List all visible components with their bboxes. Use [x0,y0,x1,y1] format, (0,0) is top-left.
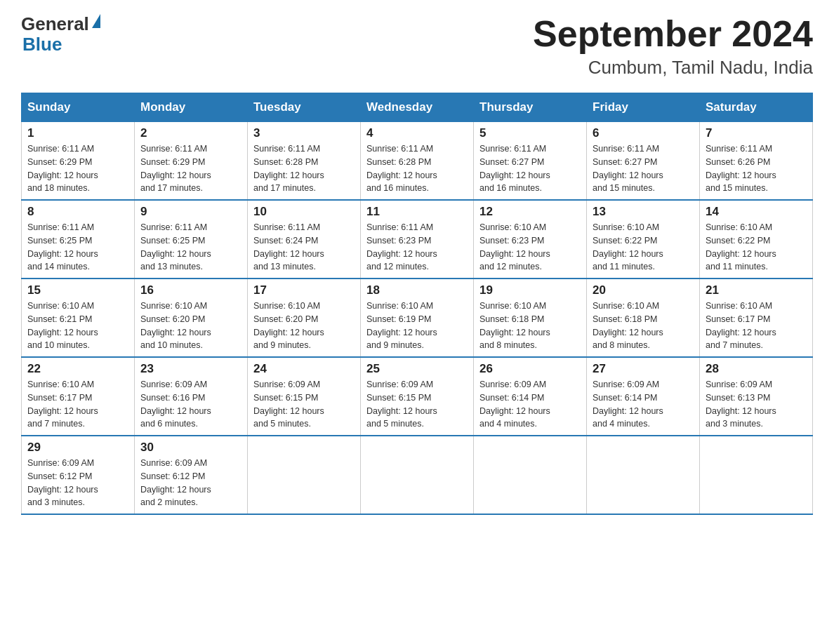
day-info: Sunrise: 6:11 AMSunset: 6:29 PMDaylight:… [27,142,128,195]
day-info: Sunrise: 6:11 AMSunset: 6:28 PMDaylight:… [253,142,355,195]
day-info: Sunrise: 6:11 AMSunset: 6:23 PMDaylight:… [366,221,468,274]
day-info: Sunrise: 6:10 AMSunset: 6:18 PMDaylight:… [479,300,581,352]
weekday-header-friday: Friday [587,93,700,122]
calendar-cell: 30Sunrise: 6:09 AMSunset: 6:12 PMDayligh… [135,436,248,514]
weekday-header-tuesday: Tuesday [248,93,361,122]
calendar-cell: 20Sunrise: 6:10 AMSunset: 6:18 PMDayligh… [587,279,700,357]
day-info: Sunrise: 6:11 AMSunset: 6:28 PMDaylight:… [366,142,468,195]
calendar-cell [248,436,361,514]
day-number: 15 [27,283,128,297]
day-info: Sunrise: 6:09 AMSunset: 6:13 PMDaylight:… [706,378,807,431]
day-number: 21 [706,283,807,297]
calendar-cell: 10Sunrise: 6:11 AMSunset: 6:24 PMDayligh… [248,200,361,279]
logo-blue-text: Blue [22,34,62,55]
day-info: Sunrise: 6:10 AMSunset: 6:22 PMDaylight:… [706,221,807,274]
calendar-cell: 16Sunrise: 6:10 AMSunset: 6:20 PMDayligh… [135,279,248,357]
day-number: 10 [253,205,355,219]
day-info: Sunrise: 6:11 AMSunset: 6:29 PMDaylight:… [140,142,241,195]
calendar-cell: 3Sunrise: 6:11 AMSunset: 6:28 PMDaylight… [248,122,361,201]
calendar-cell: 21Sunrise: 6:10 AMSunset: 6:17 PMDayligh… [700,279,813,357]
day-number: 28 [706,362,807,376]
logo: General Blue [21,14,100,54]
calendar-cell: 8Sunrise: 6:11 AMSunset: 6:25 PMDaylight… [22,200,135,279]
day-number: 3 [253,126,355,140]
calendar-cell [361,436,474,514]
day-info: Sunrise: 6:09 AMSunset: 6:15 PMDaylight:… [366,378,468,431]
calendar-cell: 11Sunrise: 6:11 AMSunset: 6:23 PMDayligh… [361,200,474,279]
day-number: 20 [593,283,694,297]
day-number: 19 [479,283,581,297]
weekday-header-saturday: Saturday [700,93,813,122]
day-number: 23 [140,362,241,376]
day-number: 16 [140,283,241,297]
month-year-title: September 2024 [533,14,813,54]
weekday-header-sunday: Sunday [22,93,135,122]
day-number: 27 [593,362,694,376]
calendar-cell: 14Sunrise: 6:10 AMSunset: 6:22 PMDayligh… [700,200,813,279]
day-info: Sunrise: 6:11 AMSunset: 6:26 PMDaylight:… [706,142,807,195]
day-info: Sunrise: 6:11 AMSunset: 6:27 PMDaylight:… [479,142,581,195]
calendar-cell: 12Sunrise: 6:10 AMSunset: 6:23 PMDayligh… [474,200,587,279]
calendar-cell: 4Sunrise: 6:11 AMSunset: 6:28 PMDaylight… [361,122,474,201]
calendar-week-1: 1Sunrise: 6:11 AMSunset: 6:29 PMDaylight… [22,122,813,201]
day-info: Sunrise: 6:09 AMSunset: 6:14 PMDaylight:… [479,378,581,431]
day-info: Sunrise: 6:11 AMSunset: 6:24 PMDaylight:… [253,221,355,274]
calendar-cell: 23Sunrise: 6:09 AMSunset: 6:16 PMDayligh… [135,357,248,436]
day-number: 26 [479,362,581,376]
calendar-title-area: September 2024 Cumbum, Tamil Nadu, India [533,14,813,79]
day-info: Sunrise: 6:11 AMSunset: 6:25 PMDaylight:… [27,221,128,274]
calendar-week-5: 29Sunrise: 6:09 AMSunset: 6:12 PMDayligh… [22,436,813,514]
day-info: Sunrise: 6:09 AMSunset: 6:12 PMDaylight:… [140,457,241,509]
day-info: Sunrise: 6:10 AMSunset: 6:20 PMDaylight:… [140,300,241,352]
logo-triangle-icon [92,14,100,28]
day-info: Sunrise: 6:10 AMSunset: 6:23 PMDaylight:… [479,221,581,274]
day-info: Sunrise: 6:09 AMSunset: 6:15 PMDaylight:… [253,378,355,431]
day-number: 29 [27,441,128,455]
day-number: 14 [706,205,807,219]
day-number: 2 [140,126,241,140]
day-info: Sunrise: 6:11 AMSunset: 6:25 PMDaylight:… [140,221,241,274]
day-number: 6 [593,126,694,140]
calendar-cell: 17Sunrise: 6:10 AMSunset: 6:20 PMDayligh… [248,279,361,357]
day-number: 12 [479,205,581,219]
day-info: Sunrise: 6:09 AMSunset: 6:14 PMDaylight:… [593,378,694,431]
day-info: Sunrise: 6:09 AMSunset: 6:16 PMDaylight:… [140,378,241,431]
day-number: 4 [366,126,468,140]
calendar-cell: 27Sunrise: 6:09 AMSunset: 6:14 PMDayligh… [587,357,700,436]
day-info: Sunrise: 6:10 AMSunset: 6:20 PMDaylight:… [253,300,355,352]
weekday-header-thursday: Thursday [474,93,587,122]
day-number: 5 [479,126,581,140]
day-number: 7 [706,126,807,140]
calendar-cell: 5Sunrise: 6:11 AMSunset: 6:27 PMDaylight… [474,122,587,201]
day-number: 9 [140,205,241,219]
day-info: Sunrise: 6:10 AMSunset: 6:22 PMDaylight:… [593,221,694,274]
day-info: Sunrise: 6:10 AMSunset: 6:18 PMDaylight:… [593,300,694,352]
day-info: Sunrise: 6:10 AMSunset: 6:19 PMDaylight:… [366,300,468,352]
day-info: Sunrise: 6:10 AMSunset: 6:21 PMDaylight:… [27,300,128,352]
calendar-week-3: 15Sunrise: 6:10 AMSunset: 6:21 PMDayligh… [22,279,813,357]
weekday-header-wednesday: Wednesday [361,93,474,122]
day-info: Sunrise: 6:09 AMSunset: 6:12 PMDaylight:… [27,457,128,509]
calendar-week-2: 8Sunrise: 6:11 AMSunset: 6:25 PMDaylight… [22,200,813,279]
calendar-cell: 15Sunrise: 6:10 AMSunset: 6:21 PMDayligh… [22,279,135,357]
day-info: Sunrise: 6:10 AMSunset: 6:17 PMDaylight:… [706,300,807,352]
calendar-cell: 28Sunrise: 6:09 AMSunset: 6:13 PMDayligh… [700,357,813,436]
logo-general-text: General [21,14,89,34]
weekday-header-row: SundayMondayTuesdayWednesdayThursdayFrid… [22,93,813,122]
day-number: 22 [27,362,128,376]
calendar-cell: 1Sunrise: 6:11 AMSunset: 6:29 PMDaylight… [22,122,135,201]
calendar-cell: 25Sunrise: 6:09 AMSunset: 6:15 PMDayligh… [361,357,474,436]
calendar-cell: 2Sunrise: 6:11 AMSunset: 6:29 PMDaylight… [135,122,248,201]
page-header: General Blue September 2024 Cumbum, Tami… [21,14,813,79]
calendar-cell [474,436,587,514]
calendar-table: SundayMondayTuesdayWednesdayThursdayFrid… [21,93,813,515]
day-number: 8 [27,205,128,219]
day-number: 30 [140,441,241,455]
day-number: 18 [366,283,468,297]
calendar-cell: 7Sunrise: 6:11 AMSunset: 6:26 PMDaylight… [700,122,813,201]
day-info: Sunrise: 6:11 AMSunset: 6:27 PMDaylight:… [593,142,694,195]
calendar-cell: 18Sunrise: 6:10 AMSunset: 6:19 PMDayligh… [361,279,474,357]
calendar-cell: 22Sunrise: 6:10 AMSunset: 6:17 PMDayligh… [22,357,135,436]
day-number: 17 [253,283,355,297]
day-number: 1 [27,126,128,140]
